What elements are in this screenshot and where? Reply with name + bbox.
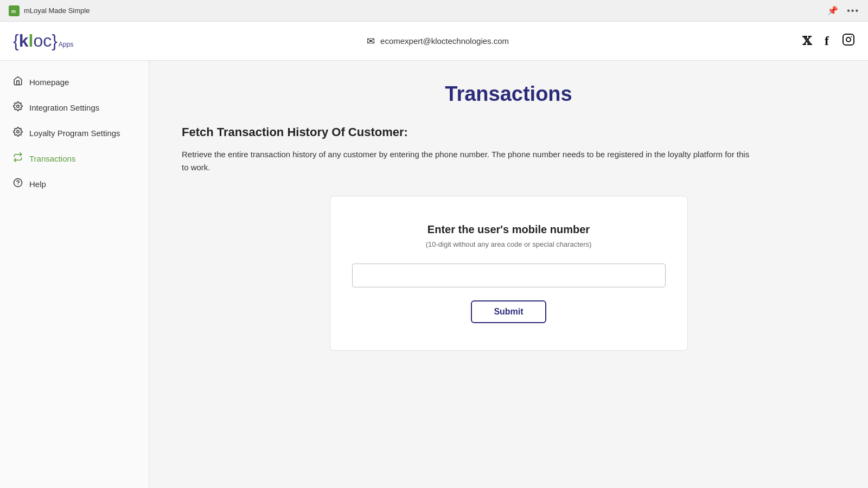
sidebar-item-integration-settings[interactable]: Integration Settings (0, 95, 149, 120)
top-bar: m mLoyal Made Simple 📌 ••• (0, 0, 868, 22)
svg-point-6 (17, 131, 20, 133)
email-icon: ✉ (367, 35, 375, 47)
logo-oc: oc (33, 31, 52, 51)
sidebar-label-help: Help (29, 179, 46, 189)
instagram-icon[interactable] (842, 33, 855, 49)
logo-brace-close: } (52, 31, 58, 51)
logo: { k l oc } Apps (13, 31, 73, 51)
header-email-text: ecomexpert@kloctechnologies.com (380, 36, 509, 46)
card-subtitle: (10-digit without any area code or speci… (426, 240, 592, 248)
section-description: Retrieve the entire transaction history … (182, 148, 751, 174)
facebook-icon[interactable]: f (825, 34, 829, 48)
sidebar: Homepage Integration Settings Loyalty Pr… (0, 61, 149, 488)
submit-button[interactable]: Submit (471, 300, 546, 323)
section-heading: Fetch Transaction History Of Customer: (182, 125, 835, 139)
svg-text:m: m (11, 9, 16, 14)
logo-apps: Apps (59, 41, 73, 48)
sidebar-item-transactions[interactable]: Transactions (0, 146, 149, 171)
svg-point-4 (851, 36, 852, 37)
sidebar-item-help[interactable]: Help (0, 171, 149, 197)
pin-icon[interactable]: 📌 (827, 5, 838, 16)
sidebar-label-loyalty-program-settings: Loyalty Program Settings (29, 129, 120, 138)
page-title: Transactions (182, 82, 835, 106)
header: { k l oc } Apps ✉ ecomexpert@kloctechnol… (0, 22, 868, 61)
logo-brace-open: { (13, 31, 19, 51)
card-title: Enter the user's mobile number (427, 223, 590, 236)
sidebar-label-transactions: Transactions (29, 154, 75, 163)
sidebar-item-homepage[interactable]: Homepage (0, 69, 149, 95)
phone-number-input[interactable] (352, 264, 666, 287)
top-bar-right: 📌 ••• (827, 5, 859, 16)
home-icon (13, 76, 23, 88)
sidebar-item-loyalty-program-settings[interactable]: Loyalty Program Settings (0, 120, 149, 146)
main-layout: Homepage Integration Settings Loyalty Pr… (0, 61, 868, 488)
header-email-section: ✉ ecomexpert@kloctechnologies.com (367, 35, 509, 47)
help-icon (13, 178, 23, 190)
header-social: 𝕏 f (802, 33, 855, 49)
more-icon[interactable]: ••• (847, 6, 859, 16)
svg-rect-2 (843, 34, 854, 45)
mobile-number-card: Enter the user's mobile number (10-digit… (330, 196, 688, 351)
main-content: Transactions Fetch Transaction History O… (149, 61, 868, 488)
top-bar-left: m mLoyal Made Simple (9, 5, 90, 16)
twitter-icon[interactable]: 𝕏 (802, 34, 812, 48)
gear-icon-integration (13, 101, 23, 114)
svg-point-5 (17, 105, 20, 108)
logo-k: k (19, 31, 29, 51)
gear-icon-loyalty (13, 127, 23, 139)
transactions-icon (13, 152, 23, 165)
logo-l: l (28, 31, 33, 51)
top-bar-title: mLoyal Made Simple (24, 7, 90, 15)
sidebar-label-integration-settings: Integration Settings (29, 103, 99, 112)
sidebar-label-homepage: Homepage (29, 78, 69, 87)
svg-point-3 (846, 37, 851, 42)
app-icon: m (9, 5, 20, 16)
